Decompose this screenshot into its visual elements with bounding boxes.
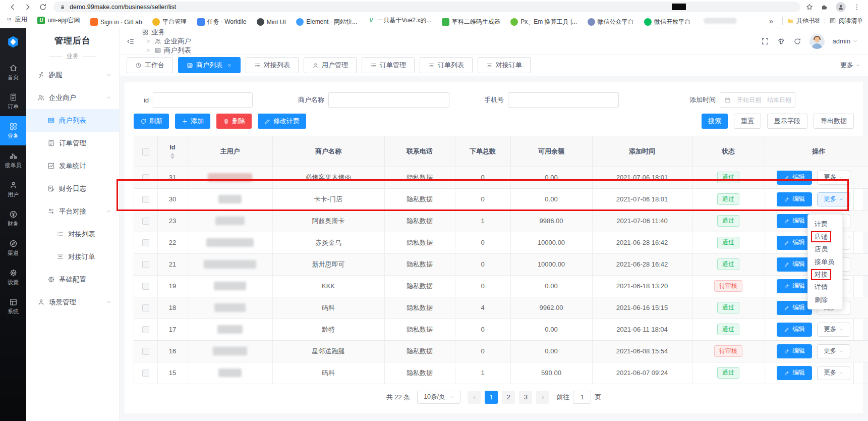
row-checkbox[interactable] xyxy=(142,304,149,311)
bookmark-item[interactable]: Px、Em 换算工具 |... xyxy=(510,18,577,26)
phone-filter-input[interactable] xyxy=(508,92,619,108)
id-filter-input[interactable] xyxy=(153,92,253,108)
tab[interactable]: 订单列表 xyxy=(420,57,473,73)
bookmark-item[interactable]: 应用 xyxy=(5,15,27,24)
more-button[interactable]: 更多 xyxy=(817,192,850,206)
bookmark-item[interactable]: 微信公众平台 xyxy=(588,18,634,26)
page-button[interactable]: › xyxy=(536,391,549,404)
column-id[interactable]: Id xyxy=(169,143,176,152)
row-checkbox[interactable] xyxy=(142,348,149,355)
tab[interactable]: 工作台 xyxy=(127,57,173,73)
bookmarks-overflow-chevrons[interactable]: » xyxy=(769,17,773,25)
user-menu[interactable]: admin xyxy=(833,37,858,45)
sidebar-menu-item[interactable]: 对接列表 xyxy=(26,223,119,245)
address-bar[interactable]: demo.99make.com/business/seller/list xyxy=(53,2,800,12)
breadcrumb-item[interactable]: 商户列表 xyxy=(142,46,191,55)
row-checkbox[interactable] xyxy=(142,174,149,181)
edit-button[interactable]: 编辑 xyxy=(777,366,812,380)
select-all-checkbox[interactable] xyxy=(142,148,149,155)
tab[interactable]: 对接列表 xyxy=(246,57,299,73)
export-button[interactable]: 导出数据 xyxy=(814,114,854,129)
tab[interactable]: 订单管理 xyxy=(362,57,415,73)
row-checkbox[interactable] xyxy=(142,196,149,203)
row-checkbox[interactable] xyxy=(142,218,149,225)
date-range-input[interactable]: 开始日期 结束日期 xyxy=(720,92,795,108)
page-button[interactable]: ‹ xyxy=(468,391,481,404)
dropdown-item[interactable]: 店员 xyxy=(808,243,842,255)
refresh-button[interactable]: 刷新 xyxy=(134,114,169,129)
close-icon[interactable] xyxy=(226,63,232,68)
more-button[interactable]: 更多 xyxy=(817,344,850,358)
sidebar-menu-item[interactable]: 商户列表 xyxy=(26,109,119,132)
more-button[interactable]: 更多 xyxy=(817,366,850,380)
sidebar-menu-item[interactable]: 订单管理 xyxy=(26,132,119,154)
reset-button[interactable]: 重置 xyxy=(734,114,761,129)
bookmark-item[interactable]: 任务 - Worktile xyxy=(197,18,247,26)
rail-item[interactable]: 业务 xyxy=(0,116,26,145)
rail-item[interactable]: 财务 xyxy=(0,204,26,233)
tab[interactable]: 用户管理 xyxy=(304,57,357,73)
edit-button[interactable]: 编辑 xyxy=(777,171,812,185)
row-checkbox[interactable] xyxy=(142,239,149,246)
edit-button[interactable]: 编辑 xyxy=(777,301,812,315)
sidebar-menu-item[interactable]: 财务日志 xyxy=(26,177,119,200)
more-button[interactable]: 更多 xyxy=(817,323,850,337)
sidebar-collapse-icon[interactable] xyxy=(127,37,135,45)
tabs-more-button[interactable]: 更多 xyxy=(840,61,861,70)
sidebar-menu-item[interactable]: 对接订单 xyxy=(26,245,119,268)
edit-button[interactable]: 编辑 xyxy=(777,192,812,206)
rail-item[interactable]: 设置 xyxy=(0,262,26,292)
search-button[interactable]: 搜索 xyxy=(702,114,728,129)
tab[interactable]: 对接订单 xyxy=(478,57,531,73)
delete-button[interactable]: 删除 xyxy=(216,114,252,129)
edit-button[interactable]: 编辑 xyxy=(777,323,812,337)
theme-icon[interactable] xyxy=(777,37,785,45)
bookmark-item[interactable]: U uni-app官网 xyxy=(37,16,80,25)
sidebar-menu-item[interactable]: 平台对接 xyxy=(26,200,119,223)
add-button[interactable]: 添加 xyxy=(175,114,210,129)
sort-icons[interactable] xyxy=(170,153,175,159)
name-filter-input[interactable] xyxy=(328,92,449,108)
bookmark-item[interactable]: V 一只基于Vue2.x的... xyxy=(367,16,431,25)
sidebar-menu-item[interactable]: 基础配置 xyxy=(26,268,119,291)
dropdown-item[interactable]: 删除 xyxy=(808,293,842,306)
dropdown-item[interactable]: 对接 xyxy=(808,268,842,281)
dropdown-item[interactable]: 接单员 xyxy=(808,255,842,268)
forward-icon[interactable] xyxy=(24,3,32,11)
page-button[interactable]: 1 xyxy=(485,391,498,404)
refresh-icon[interactable] xyxy=(793,37,801,45)
page-size-select[interactable]: 10条/页 xyxy=(417,391,460,404)
row-checkbox[interactable] xyxy=(142,370,149,377)
rail-item[interactable]: 用户 xyxy=(0,175,26,204)
page-button[interactable]: 3 xyxy=(519,391,532,404)
rail-item[interactable]: 系统 xyxy=(0,292,26,321)
sidebar-menu-item[interactable]: 企业商户 xyxy=(26,86,119,109)
reload-icon[interactable] xyxy=(39,3,47,11)
sidebar-menu-item[interactable]: 发单统计 xyxy=(26,154,119,177)
dropdown-item[interactable]: 店铺 xyxy=(808,230,842,243)
app-logo[interactable] xyxy=(0,30,26,54)
reading-list[interactable]: 阅读清单 xyxy=(829,17,863,25)
user-avatar[interactable] xyxy=(809,34,825,49)
show-fields-button[interactable]: 显示字段 xyxy=(767,114,807,129)
back-icon[interactable] xyxy=(9,3,17,11)
rail-item[interactable]: 首页 xyxy=(0,58,26,87)
rail-item[interactable]: 渠道 xyxy=(0,233,26,262)
edit-button[interactable]: 编辑 xyxy=(777,257,812,272)
sidebar-menu-item[interactable]: 场景管理 xyxy=(26,291,119,313)
edit-button[interactable]: 编辑 xyxy=(777,279,812,293)
browser-menu-icon[interactable] xyxy=(853,3,861,11)
row-checkbox[interactable] xyxy=(142,261,149,268)
row-checkbox[interactable] xyxy=(142,326,149,333)
edit-button[interactable]: 编辑 xyxy=(777,344,812,358)
page-button[interactable]: 2 xyxy=(502,391,515,404)
other-bookmarks[interactable]: 其他书签 xyxy=(787,17,821,25)
rail-item[interactable]: 订单 xyxy=(0,87,26,116)
browser-profile-avatar[interactable] xyxy=(836,2,846,12)
bookmark-item[interactable]: Element - 网站快... xyxy=(296,18,357,26)
edit-button[interactable]: 编辑 xyxy=(777,214,812,228)
more-button[interactable]: 更多 xyxy=(817,171,850,185)
edit-button[interactable]: 编辑 xyxy=(777,236,812,250)
rail-item[interactable]: 接单员 xyxy=(0,145,26,175)
bookmark-item[interactable]: Sign in · GitLab xyxy=(90,18,142,26)
